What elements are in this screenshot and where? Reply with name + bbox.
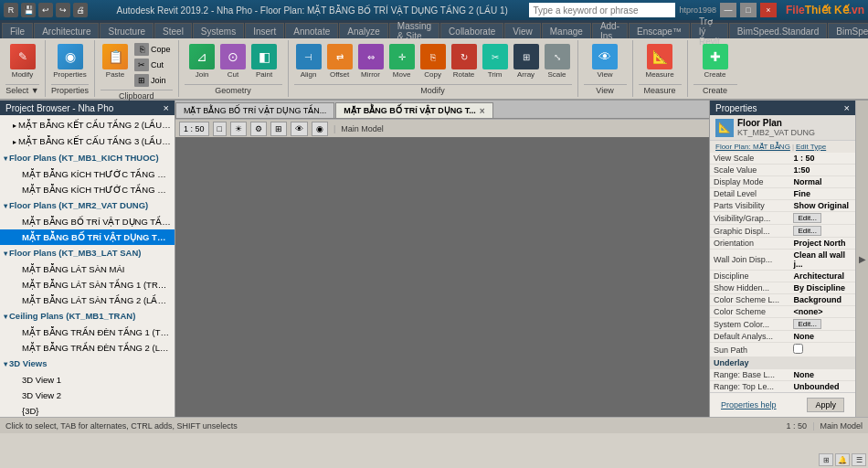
tab-bimspeed-str[interactable]: BimSpeed.Structural: [828, 23, 868, 38]
trim-button[interactable]: ✂ Trim: [481, 42, 510, 80]
tab-structure[interactable]: Structure: [100, 23, 153, 38]
tree-item-1[interactable]: ▸MẶT BẰNG KẾT CẤU TẦNG 3 (LẦU 2): [0, 133, 175, 150]
tab-file[interactable]: File: [2, 23, 33, 38]
copy-tool-button[interactable]: ⎘ Copy: [418, 42, 448, 80]
tab-architecture[interactable]: Architecture: [34, 23, 99, 38]
tab-enscape[interactable]: Enscape™: [629, 23, 690, 38]
tree-item-9[interactable]: MẶT BẰNG LÁT SÀN MÁI: [0, 261, 175, 277]
status-icon-2[interactable]: 🔔: [835, 453, 850, 466]
tab-insert[interactable]: Insert: [245, 23, 284, 38]
tab-manage[interactable]: Manage: [542, 23, 591, 38]
status-icon-3[interactable]: ☰: [852, 453, 866, 466]
tree-item-10[interactable]: MẶT BẰNG LÁT SÀN TẦNG 1 (TRỆT): [0, 277, 175, 292]
tree-item-7[interactable]: MẶT BẰNG BỐ TRÍ VẬT DỤNG TẦNG 2: [0, 229, 175, 245]
tree-item-17[interactable]: 3D View 2: [0, 388, 175, 403]
shadows-button[interactable]: ⚙: [250, 122, 267, 136]
move-button[interactable]: ✛ Move: [387, 42, 417, 80]
modify-button[interactable]: ✎ Modify: [8, 42, 37, 80]
panel-collapse-button[interactable]: ▶: [855, 101, 868, 417]
tree-item-14[interactable]: MẶT BẰNG TRẦN ĐÈN TẦNG 2 (LẦU 1): [0, 340, 175, 356]
tree-item-13[interactable]: MẶT BẰNG TRẦN ĐÈN TẦNG 1 (TRỆT): [0, 324, 175, 340]
tree-item-12[interactable]: ▾Ceiling Plans (KT_MB1_TRAN): [0, 308, 175, 324]
prop-val-system-color[interactable]: Edit...: [789, 318, 855, 331]
tab-collaborate[interactable]: Collaborate: [440, 23, 503, 38]
tree-item-18[interactable]: {3D}: [0, 403, 175, 417]
view-btn[interactable]: 👁 View: [590, 42, 619, 80]
apply-button[interactable]: Apply: [807, 398, 844, 412]
properties-table: View Scale 1 : 50 Scale Value 1:50 Displ…: [710, 153, 855, 392]
tab-analyze[interactable]: Analyze: [339, 23, 388, 38]
array-button[interactable]: ⊞ Array: [512, 42, 541, 80]
detail-level-button[interactable]: □: [213, 122, 227, 136]
tree-view[interactable]: ▸MẶT BẰNG KẾT CẦU TẦNG 2 (LẦU 1) ▸MẶT BẰ…: [0, 115, 175, 417]
prop-val-sun-path[interactable]: [789, 343, 855, 357]
tree-item-5[interactable]: ▾Floor Plans (KT_MR2_VAT DUNG): [0, 197, 175, 214]
scale-button[interactable]: 1 : 50: [179, 122, 209, 136]
tree-item-11[interactable]: MẶT BẰNG LÁT SÀN TẦNG 2 (LẦU 1): [0, 292, 175, 308]
geometry-btn2[interactable]: ⊙ Cut: [218, 42, 248, 80]
tree-item-4[interactable]: MẶT BẰNG KÍCH THƯỚC TẦNG 2 (LẦU 1): [0, 182, 175, 197]
scale-button[interactable]: ⤡ Scale: [543, 42, 572, 80]
undo-icon[interactable]: ↩: [38, 3, 53, 17]
tree-item-8[interactable]: ▾Floor Plans (KT_MB3_LAT SAN): [0, 245, 175, 261]
properties-button[interactable]: ◉ Properties: [51, 42, 88, 80]
tab-addins[interactable]: Add-Ins: [592, 23, 628, 38]
graphic-edit-button[interactable]: Edit...: [793, 226, 820, 236]
display-model-button[interactable]: ☀: [230, 122, 247, 136]
measure-btn[interactable]: 📐 Measure: [643, 42, 675, 80]
edit-type-button[interactable]: Edit Type: [796, 143, 826, 151]
rotate-button[interactable]: ↻ Rotate: [450, 42, 479, 80]
tree-item-0[interactable]: ▸MẶT BẰNG KẾT CẦU TẦNG 2 (LẦU 1): [0, 117, 175, 133]
doc-tab-1-close[interactable]: ×: [480, 106, 485, 116]
cut-button[interactable]: ✂ Cut: [132, 58, 173, 72]
doc-tab-1[interactable]: MẶT BẰNG BỐ TRÍ VẬT DỤNG T... ×: [335, 102, 492, 118]
visibility-edit-button[interactable]: Edit...: [793, 213, 820, 223]
print-icon[interactable]: 🖨: [73, 3, 88, 17]
prop-row-discipline: Discipline Architectural: [710, 271, 855, 282]
prop-val-graphic[interactable]: Edit...: [789, 225, 855, 238]
quick-save-icon[interactable]: 💾: [21, 3, 36, 17]
geometry-btn3[interactable]: ◧ Paint: [249, 42, 279, 80]
paste-button[interactable]: 📋 Paste: [101, 42, 130, 80]
minimize-button[interactable]: —: [720, 3, 736, 17]
offset-button[interactable]: ⇄ Offset: [325, 42, 355, 80]
tab-steel[interactable]: Steel: [154, 23, 192, 38]
app-icon[interactable]: R: [4, 3, 18, 17]
tree-item-3[interactable]: MẶT BẰNG KÍCH THƯỚC TẦNG 1 (TRỆT): [0, 166, 175, 182]
tree-item-15[interactable]: ▾3D Views: [0, 356, 175, 372]
tree-item-6[interactable]: MẶT BẰNG BỐ TRÍ VẬT DỤNG TẦNG 1 (T): [0, 214, 175, 229]
crop-button[interactable]: ⊞: [270, 122, 287, 136]
tab-systems[interactable]: Systems: [193, 23, 244, 38]
copy-icon: ⎘: [134, 43, 149, 56]
tab-revit-helper[interactable]: Trợ lý Revit: [691, 23, 728, 38]
reveal-hidden-button[interactable]: 👁: [291, 122, 308, 136]
redo-icon[interactable]: ↪: [56, 3, 70, 17]
prop-val-visibility[interactable]: Edit...: [789, 212, 855, 225]
tab-annotate[interactable]: Annotate: [285, 23, 338, 38]
maximize-button[interactable]: □: [740, 3, 757, 17]
tab-massing[interactable]: Massing & Site: [389, 23, 439, 38]
create-btn[interactable]: ✚ Create: [701, 42, 730, 80]
close-button[interactable]: ×: [760, 3, 777, 17]
geometry-btn1[interactable]: ⊿ Join: [187, 42, 217, 80]
tab-view[interactable]: View: [504, 23, 541, 38]
tree-item-16[interactable]: 3D View 1: [0, 372, 175, 388]
temp-hide-button[interactable]: ◉: [312, 122, 328, 136]
create-label: Create: [704, 70, 726, 79]
join-button[interactable]: ⊞ Join: [132, 73, 173, 88]
properties-help-link[interactable]: Properties help: [715, 399, 782, 411]
mirror-button[interactable]: ⇔ Mirror: [356, 42, 386, 80]
floor-plan-label[interactable]: Floor Plan: MẶT BẰNG: [715, 143, 790, 151]
project-browser-close[interactable]: ×: [164, 102, 169, 113]
align-button[interactable]: ⊣ Align: [294, 42, 323, 80]
system-color-edit-button[interactable]: Edit...: [793, 319, 820, 329]
properties-panel-close[interactable]: ×: [844, 102, 850, 113]
doc-tab-0[interactable]: MẶT BẰNG BỐ TRÍ VẬT DỤNG TẦN...: [175, 102, 334, 118]
status-icon-1[interactable]: ⊞: [819, 453, 833, 466]
tab-bimspeed-std[interactable]: BimSpeed.Standard: [729, 23, 828, 38]
copy-button[interactable]: ⎘ Cope: [132, 42, 173, 57]
search-input[interactable]: [529, 3, 675, 17]
sun-path-checkbox[interactable]: [793, 344, 803, 354]
prop-scroll-area[interactable]: View Scale 1 : 50 Scale Value 1:50 Displ…: [710, 153, 855, 392]
tree-item-2[interactable]: ▾Floor Plans (KT_MB1_KICH THUOC): [0, 150, 175, 166]
